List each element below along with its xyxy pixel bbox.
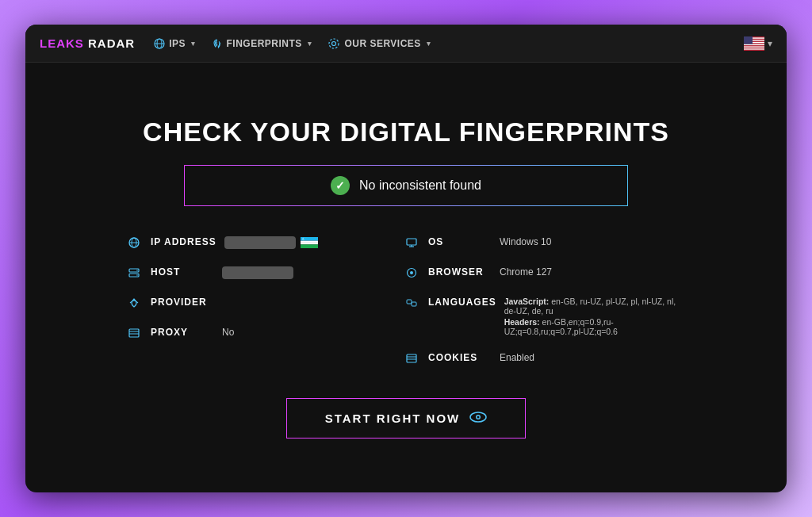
ip-value [224, 236, 318, 249]
ip-label: IP ADDRESS [151, 236, 216, 247]
svg-rect-12 [744, 36, 753, 44]
eye-icon [469, 410, 487, 427]
nav-items: IPS ▾ FINGERPRINTS ▾ OUR [154, 37, 725, 50]
languages-row: LANGUAGES JavaScript: en-GB, ru-UZ, pl-U… [406, 289, 684, 344]
browser-icon [406, 267, 420, 281]
host-label: HOST [151, 266, 214, 278]
provider-icon [128, 297, 143, 311]
svg-point-25 [136, 270, 138, 271]
main-content: CHECK YOUR DIGITAL FINGERPRINTS No incon… [25, 63, 787, 492]
svg-rect-27 [129, 329, 139, 337]
svg-point-26 [136, 274, 138, 276]
proxy-icon [128, 327, 143, 341]
browser-value: Chrome 127 [500, 266, 552, 278]
svg-rect-17 [301, 241, 318, 242]
svg-point-42 [477, 416, 480, 419]
host-icon [128, 267, 143, 281]
brand-leaks: LEAKS [40, 36, 84, 50]
start-button[interactable]: START RIGHT NOW [286, 398, 527, 438]
headers-languages: Headers: en-GB,en;q=0.9,ru-UZ;q=0.8,ru;q… [504, 317, 684, 336]
languages-label: LANGUAGES [428, 297, 496, 308]
ip-blurred [224, 236, 296, 249]
brand-logo: LEAKS RADAR [40, 36, 135, 50]
headers-label: Headers: [504, 317, 540, 327]
svg-point-4 [329, 39, 339, 48]
cookies-row: COOKIES Enabled [406, 344, 684, 374]
cookies-value: Enabled [500, 352, 534, 363]
fingerprint-icon [212, 38, 223, 49]
browser-row: BROWSER Chrome 127 [406, 258, 684, 289]
svg-rect-10 [744, 46, 764, 47]
ips-label: IPS [169, 38, 186, 49]
proxy-value: No [222, 327, 234, 338]
svg-rect-19 [301, 243, 318, 244]
svg-rect-11 [744, 48, 764, 49]
host-value [222, 266, 293, 279]
fp-chevron: ▾ [308, 40, 312, 48]
svg-rect-37 [407, 354, 416, 362]
flag-us-icon [744, 36, 764, 51]
ip-icon [128, 237, 143, 251]
svg-point-3 [332, 41, 336, 45]
nav-item-services[interactable]: OUR SERVICES ▾ [327, 37, 431, 50]
language-chevron: ▾ [768, 38, 772, 49]
svg-point-22 [303, 238, 305, 240]
svg-rect-9 [744, 44, 764, 44]
provider-label: PROVIDER [151, 297, 214, 308]
languages-icon [406, 297, 420, 311]
page-title: CHECK YOUR DIGITAL FINGERPRINTS [143, 117, 669, 147]
globe-icon [154, 38, 165, 49]
nav-item-fingerprints[interactable]: FINGERPRINTS ▾ [212, 38, 312, 49]
status-text: No inconsistent found [359, 178, 481, 193]
svg-rect-18 [301, 242, 318, 243]
svc-chevron: ▾ [427, 40, 431, 48]
os-row: OS Windows 10 [406, 228, 684, 258]
fingerprints-label: FINGERPRINTS [227, 38, 302, 49]
services-label: OUR SERVICES [344, 38, 420, 49]
host-row: HOST [128, 258, 406, 289]
cookies-icon [406, 353, 420, 366]
status-banner: No inconsistent found [184, 165, 628, 206]
ips-chevron: ▾ [191, 40, 196, 48]
app-window: LEAKS RADAR IPS ▾ F [25, 25, 787, 492]
info-grid: IP ADDRESS [128, 228, 684, 374]
brand-radar: RADAR [84, 36, 135, 50]
navbar: LEAKS RADAR IPS ▾ F [25, 25, 787, 63]
os-label: OS [428, 236, 492, 247]
nav-item-ips[interactable]: IPS ▾ [154, 38, 195, 49]
services-icon [327, 37, 340, 50]
svg-rect-35 [407, 300, 412, 304]
svg-rect-30 [407, 239, 416, 245]
js-languages: JavaScript: en-GB, ru-UZ, pl-UZ, pl, nl-… [504, 297, 684, 316]
os-icon [406, 237, 420, 251]
os-value: Windows 10 [500, 236, 551, 247]
cookies-label: COOKIES [428, 352, 492, 363]
proxy-row: PROXY No [128, 319, 406, 349]
language-selector[interactable]: ▾ [744, 36, 772, 51]
check-icon [331, 176, 350, 195]
start-button-label: START RIGHT NOW [325, 412, 461, 425]
js-label: JavaScript: [504, 297, 550, 306]
languages-sub: JavaScript: en-GB, ru-UZ, pl-UZ, pl, nl-… [504, 297, 684, 336]
host-blurred [222, 266, 293, 279]
flag-uz-icon [301, 237, 318, 248]
proxy-label: PROXY [151, 327, 214, 338]
svg-rect-36 [412, 302, 416, 306]
browser-label: BROWSER [428, 266, 492, 278]
languages-value: JavaScript: en-GB, ru-UZ, pl-UZ, pl, nl-… [504, 297, 684, 336]
ip-row: IP ADDRESS [128, 228, 406, 258]
svg-rect-20 [301, 244, 318, 248]
svg-point-34 [410, 271, 413, 274]
info-right: OS Windows 10 BROWSER Chrome 127 [406, 228, 684, 374]
provider-row: PROVIDER [128, 289, 406, 319]
info-left: IP ADDRESS [128, 228, 406, 374]
